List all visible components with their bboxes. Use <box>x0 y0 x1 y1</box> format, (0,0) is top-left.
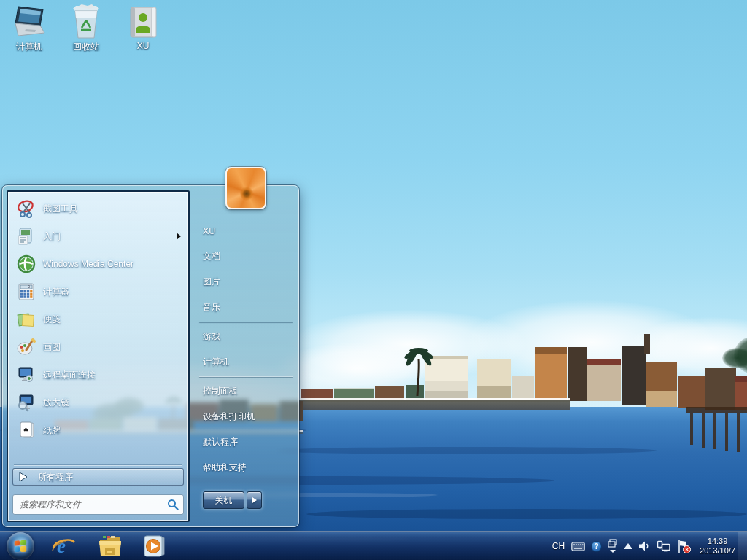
start-menu-item-label: 入门 <box>43 230 61 243</box>
shutdown-arrow-icon <box>252 497 257 503</box>
start-menu: 截图工具 入门 <box>2 185 299 527</box>
language-indicator[interactable]: CH <box>552 541 565 551</box>
start-menu-item-getting-started[interactable]: 入门 <box>12 222 184 250</box>
shutdown-options-button[interactable] <box>247 491 262 509</box>
show-desktop-button[interactable] <box>738 532 747 560</box>
start-menu-item-remote-desktop[interactable]: 远程桌面连接 <box>12 361 184 389</box>
start-menu-item-computer[interactable]: 计算机 <box>192 349 300 375</box>
shutdown-row: 关机 <box>203 491 300 509</box>
start-menu-item-default-programs[interactable]: 默认程序 <box>192 429 300 455</box>
sticky-notes-icon <box>15 309 37 330</box>
calculator-icon: 0 <box>15 281 37 302</box>
wallpaper-seawall <box>299 400 570 410</box>
desktop-icon-computer[interactable]: 计算机 <box>1 4 57 53</box>
taskbar-button-windows-explorer[interactable] <box>92 533 128 559</box>
all-programs-arrow-icon <box>19 472 28 482</box>
volume-icon[interactable] <box>638 540 651 552</box>
taskbar-button-media-player[interactable] <box>137 533 174 559</box>
action-center-flag-icon[interactable]: × <box>677 540 691 553</box>
start-menu-item-snipping-tool[interactable]: 截图工具 <box>12 195 184 222</box>
separator <box>14 464 182 465</box>
svg-text:e: e <box>57 535 66 557</box>
submenu-arrow-icon <box>177 233 181 240</box>
start-button[interactable] <box>7 532 34 560</box>
snipping-tool-icon <box>15 198 37 219</box>
system-tray: CH ? <box>549 532 735 560</box>
remote-desktop-icon <box>15 365 37 385</box>
start-menu-item-control-panel[interactable]: 控制面板 <box>192 378 300 404</box>
computer-icon <box>1 4 57 39</box>
start-menu-item-label: 便笺 <box>43 314 61 326</box>
svg-text:0: 0 <box>28 284 30 289</box>
start-menu-item-label: 计算器 <box>43 286 69 298</box>
svg-text:×: × <box>685 546 689 553</box>
start-menu-item-label: Windows Media Center <box>43 259 133 269</box>
separator <box>199 376 293 377</box>
start-menu-bottom-group: 所有程序 <box>12 463 184 515</box>
solitaire-icon: ♠ <box>15 420 37 440</box>
windows-flag-icon <box>15 539 28 552</box>
tray-clock[interactable]: 14:39 2013/10/7 <box>700 537 735 556</box>
wallpaper-chimney <box>644 334 650 354</box>
magnifier-icon <box>15 392 37 413</box>
tray-date: 2013/10/7 <box>700 546 735 556</box>
start-menu-programs-panel: 截图工具 入门 <box>7 190 190 522</box>
taskbar-button-internet-explorer[interactable]: e <box>45 533 82 559</box>
start-menu-item-games[interactable]: 游戏 <box>192 324 300 349</box>
shutdown-button[interactable]: 关机 <box>203 491 244 509</box>
start-menu-item-label: 放大镜 <box>43 397 69 409</box>
user-name-label: XU <box>203 226 215 236</box>
media-center-icon <box>15 254 37 274</box>
wallpaper-pier <box>686 407 747 413</box>
start-menu-search <box>12 494 184 515</box>
all-programs-label: 所有程序 <box>38 471 73 483</box>
tray-time: 14:39 <box>700 537 735 546</box>
separator <box>199 322 293 322</box>
language-help-icon[interactable]: ? <box>591 541 602 552</box>
desktop-icon-xu-folder[interactable]: XU <box>115 4 171 51</box>
paint-icon <box>15 337 37 357</box>
explorer-folder-icon <box>97 535 123 557</box>
windows7-desktop: 计算机 回收站 XU <box>0 0 747 560</box>
all-programs-button[interactable]: 所有程序 <box>12 468 184 486</box>
start-menu-item-label: 画图 <box>43 341 61 354</box>
desktop-icon-recycle-bin[interactable]: 回收站 <box>58 4 114 53</box>
start-menu-item-calculator[interactable]: 0 计算器 <box>12 278 184 306</box>
start-menu-item-solitaire[interactable]: ♠ 纸牌 <box>12 416 184 444</box>
start-menu-places-panel: XU 文档 图片 音乐 游戏 计算机 控制面板 设备和打印机 默认程序 帮助和支… <box>192 186 300 526</box>
start-menu-item-label: 截图工具 <box>43 203 78 215</box>
start-menu-item-user[interactable]: XU <box>192 218 300 244</box>
search-icon <box>167 499 179 510</box>
start-menu-item-devices-printers[interactable]: 设备和打印机 <box>192 404 300 429</box>
media-player-icon <box>143 534 168 558</box>
desktop-icon-label: 计算机 <box>1 41 57 53</box>
svg-text:♠: ♠ <box>23 424 28 435</box>
language-options-icon[interactable] <box>608 539 618 553</box>
network-icon[interactable] <box>657 540 671 553</box>
keyboard-icon[interactable] <box>571 542 585 551</box>
palm-tree-icon <box>403 338 436 397</box>
start-menu-item-label: 纸牌 <box>43 424 61 437</box>
internet-explorer-icon: e <box>51 534 76 558</box>
start-menu-item-label: 远程桌面连接 <box>43 369 96 381</box>
search-input[interactable] <box>12 494 184 515</box>
getting-started-icon <box>15 226 37 246</box>
desktop-icon-label: 回收站 <box>58 41 114 53</box>
show-hidden-icons-button[interactable] <box>624 543 632 549</box>
start-menu-item-music[interactable]: 音乐 <box>192 295 300 320</box>
start-menu-item-documents[interactable]: 文档 <box>192 244 300 269</box>
help-glyph: ? <box>595 542 599 551</box>
desktop-icon-label: XU <box>115 41 171 51</box>
wallpaper-fence <box>299 398 570 400</box>
recycle-bin-icon <box>58 4 114 39</box>
start-menu-item-windows-media-center[interactable]: Windows Media Center <box>12 250 184 278</box>
start-menu-item-magnifier[interactable]: 放大镜 <box>12 389 184 416</box>
contacts-folder-icon <box>115 4 171 39</box>
start-menu-item-sticky-notes[interactable]: 便笺 <box>12 306 184 333</box>
start-menu-item-pictures[interactable]: 图片 <box>192 269 300 295</box>
user-avatar[interactable] <box>225 167 266 209</box>
taskbar: e <box>0 531 747 560</box>
start-menu-item-paint[interactable]: 画图 <box>12 333 184 361</box>
start-menu-item-help-support[interactable]: 帮助和支持 <box>192 455 300 481</box>
